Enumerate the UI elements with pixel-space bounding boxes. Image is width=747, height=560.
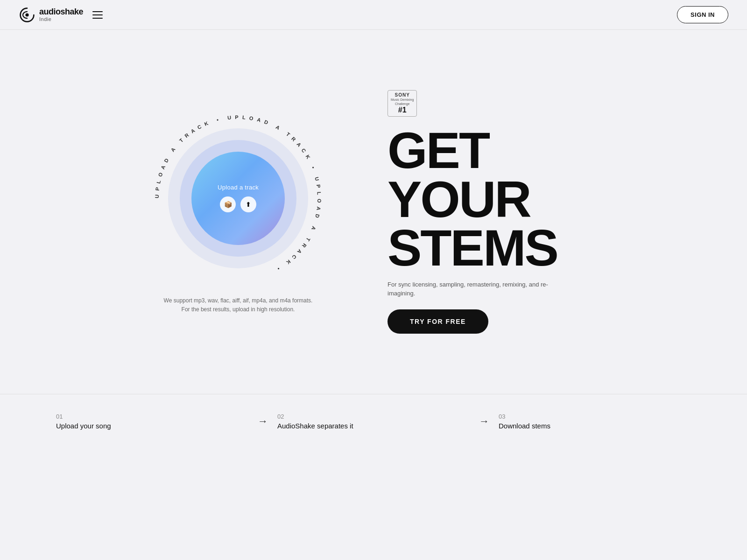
- headline-line-2: YOUR: [388, 175, 621, 224]
- step-1-label: Upload your song: [56, 422, 248, 430]
- step-1-number: 01: [56, 413, 248, 420]
- step-3-number: 03: [499, 413, 691, 420]
- hero-subtitle: For sync licensing, sampling, remasterin…: [388, 280, 565, 298]
- hero-section: UPLOAD A TRACK • UPLOAD A TRACK • UPLOAD…: [0, 30, 747, 394]
- step-2-number: 02: [277, 413, 470, 420]
- steps-section: 01 Upload your song → 02 AudioShake sepa…: [0, 394, 747, 448]
- cloud-upload-button[interactable]: ⬆: [240, 196, 256, 212]
- svg-point-0: [25, 13, 28, 16]
- step-1: 01 Upload your song: [56, 413, 248, 430]
- logo-sub: Indie: [39, 17, 83, 22]
- hero-headline: GET YOUR STEMS: [388, 126, 621, 273]
- logo-icon: [19, 7, 35, 23]
- upload-drop-zone[interactable]: Upload a track 📦 ⬆: [191, 152, 285, 245]
- sony-sub: Music DemixingChallenge: [391, 98, 414, 106]
- upload-hint-line2: For the best results, upload in high res…: [164, 305, 313, 314]
- circle-outer: Upload a track 📦 ⬆: [168, 128, 308, 268]
- step-arrow-2: →: [479, 415, 489, 427]
- step-arrow-1: →: [258, 415, 268, 427]
- dropbox-icon: 📦: [224, 201, 232, 208]
- hamburger-line-2: [92, 14, 103, 15]
- sony-badge-box: SONY Music DemixingChallenge #1: [388, 90, 417, 117]
- hero-text: SONY Music DemixingChallenge #1 GET YOUR…: [388, 90, 621, 334]
- logo-text-group: audioshake Indie: [39, 7, 83, 22]
- step-3: 03 Download stems: [499, 413, 691, 430]
- dropbox-button[interactable]: 📦: [220, 196, 236, 212]
- circle-middle: Upload a track 📦 ⬆: [180, 140, 296, 257]
- step-2: 02 AudioShake separates it: [277, 413, 470, 430]
- sony-label: SONY: [395, 92, 410, 98]
- logo: audioshake Indie: [19, 7, 83, 23]
- step-3-label: Download stems: [499, 422, 691, 430]
- upload-circle-container[interactable]: UPLOAD A TRACK • UPLOAD A TRACK • UPLOAD…: [149, 110, 327, 287]
- cloud-icon: ⬆: [246, 201, 251, 208]
- sign-in-button[interactable]: SIGN IN: [677, 6, 728, 23]
- header: audioshake Indie SIGN IN: [0, 0, 747, 30]
- hamburger-menu-button[interactable]: [91, 9, 105, 21]
- step-2-label: AudioShake separates it: [277, 422, 470, 430]
- hamburger-line-3: [92, 18, 103, 19]
- sony-number: #1: [398, 106, 407, 114]
- headline-line-1: GET: [388, 126, 621, 175]
- upload-hint-line1: We support mp3, wav, flac, aiff, aif, mp…: [164, 296, 313, 305]
- upload-label: Upload a track: [218, 184, 259, 191]
- hamburger-line-1: [92, 11, 103, 12]
- logo-name: audioshake: [39, 7, 83, 16]
- upload-section: UPLOAD A TRACK • UPLOAD A TRACK • UPLOAD…: [126, 110, 350, 314]
- sony-badge: SONY Music DemixingChallenge #1: [388, 90, 621, 117]
- try-for-free-button[interactable]: TRY FOR FREE: [388, 309, 488, 334]
- headline-line-3: STEMS: [388, 224, 621, 273]
- upload-icons-row: 📦 ⬆: [220, 196, 256, 212]
- upload-hint: We support mp3, wav, flac, aiff, aif, mp…: [164, 296, 313, 314]
- header-left: audioshake Indie: [19, 7, 105, 23]
